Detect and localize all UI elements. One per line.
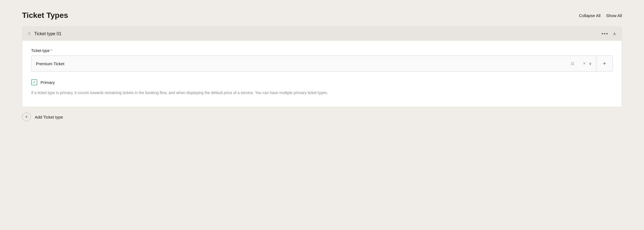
primary-description: If a ticket type is primary, it counts t…	[31, 90, 613, 96]
ticket-type-input-row: Premium Ticket ⊡ × ∨ +	[31, 56, 613, 72]
ticket-type-section: ⠿ Ticket type 01 ••• ∧ Ticket type * Pre…	[22, 26, 622, 107]
ticket-section-body: Ticket type * Premium Ticket ⊡ × ∨ + ✓ P…	[22, 41, 622, 107]
collapse-all-button[interactable]: Collapse All	[579, 12, 600, 19]
collapse-section-button[interactable]: ∧	[613, 31, 616, 36]
section-header-right: ••• ∧	[602, 31, 616, 36]
ticket-type-input-main[interactable]: Premium Ticket ⊡	[31, 56, 579, 71]
add-ticket-type-label[interactable]: Add Ticket type	[35, 115, 63, 119]
page-header: Ticket Types Collapse All Show All	[22, 11, 622, 20]
ticket-type-add-button[interactable]: +	[596, 56, 613, 71]
ticket-section-header: ⠿ Ticket type 01 ••• ∧	[22, 27, 622, 41]
show-all-button[interactable]: Show All	[606, 12, 622, 19]
edit-icon[interactable]: ⊡	[571, 61, 574, 66]
ticket-type-label: Ticket type *	[31, 48, 613, 53]
section-title: Ticket type 01	[34, 31, 61, 36]
primary-label: Primary	[41, 80, 55, 85]
required-indicator: *	[51, 48, 52, 53]
primary-checkbox[interactable]: ✓	[31, 79, 37, 85]
section-header-left: ⠿ Ticket type 01	[28, 31, 61, 36]
page-title: Ticket Types	[22, 11, 68, 20]
header-actions: Collapse All Show All	[579, 12, 622, 19]
ticket-type-input-controls: × ∨	[579, 56, 596, 71]
add-ticket-type-button[interactable]: +	[22, 113, 31, 121]
more-options-button[interactable]: •••	[602, 31, 608, 36]
ticket-type-value: Premium Ticket	[36, 61, 568, 66]
dropdown-button[interactable]: ∨	[589, 61, 592, 66]
checkmark-icon: ✓	[33, 80, 36, 84]
clear-button[interactable]: ×	[583, 61, 586, 66]
primary-checkbox-row: ✓ Primary	[31, 79, 613, 85]
add-ticket-type-row: + Add Ticket type	[22, 113, 622, 121]
ticket-type-label-text: Ticket type	[31, 48, 50, 53]
drag-handle-icon[interactable]: ⠿	[28, 32, 31, 36]
